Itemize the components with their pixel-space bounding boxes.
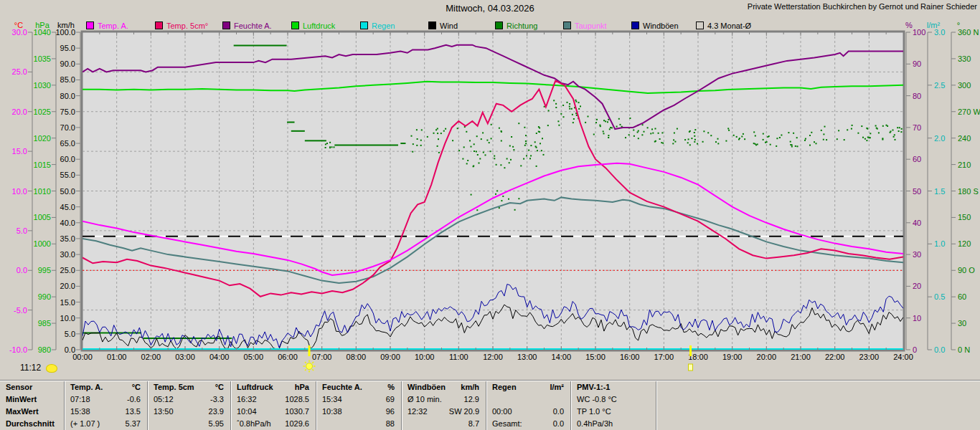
series-richtung-dot bbox=[485, 154, 486, 156]
series-richtung-dot bbox=[694, 141, 695, 143]
series-richtung-dot bbox=[437, 145, 438, 147]
axis-label: 95.0 bbox=[60, 44, 75, 52]
series-richtung-dot bbox=[562, 105, 564, 106]
series-richtung-dot bbox=[437, 133, 438, 134]
sunset-icon bbox=[689, 364, 693, 371]
legend-swatch bbox=[155, 22, 163, 29]
series-richtung-dot bbox=[595, 122, 597, 123]
axis-label: 10.0 bbox=[12, 187, 27, 196]
table-column-feuchte-a-: Feuchte A.%15:346910:389688 bbox=[316, 381, 402, 430]
series-richtung-dot bbox=[661, 142, 662, 143]
legend-label: Luftdruck bbox=[303, 22, 335, 30]
series-richtung-dot bbox=[578, 108, 580, 110]
sunrise-sun-icon bbox=[303, 360, 316, 373]
series-richtung-dot bbox=[857, 133, 859, 134]
series-richtung-dot bbox=[600, 125, 601, 127]
axis-label: 30 bbox=[913, 250, 921, 259]
series-richtung-dot bbox=[494, 156, 495, 157]
table-cell: Luftdruck bbox=[237, 381, 273, 393]
legend-swatch bbox=[222, 22, 230, 29]
series-richtung-dot bbox=[763, 139, 764, 140]
table-cell: 00:00 bbox=[492, 406, 512, 418]
series-richtung-dot bbox=[744, 138, 745, 140]
series-richtung-dot bbox=[523, 158, 524, 160]
axis-label: 90 bbox=[913, 59, 921, 68]
series-richtung-dot bbox=[413, 143, 414, 145]
axis-label: 985 bbox=[38, 319, 51, 328]
legend-item-feuchte-a-: Feuchte A. bbox=[222, 21, 272, 30]
table-cell: Ø 10 min. bbox=[407, 393, 442, 406]
series-richtung-dot bbox=[788, 132, 789, 133]
axis-label: 11:00 bbox=[449, 353, 468, 361]
legend-label: Temp. 5cm° bbox=[166, 22, 208, 30]
legend-label: Temp. A. bbox=[98, 22, 128, 30]
series-richtung-dot bbox=[674, 133, 675, 134]
series-richtung-dot bbox=[473, 150, 475, 152]
axis-label: 60.0 bbox=[60, 155, 75, 163]
series-richtung-dot bbox=[473, 143, 475, 145]
series-richtung-dot bbox=[738, 139, 740, 140]
series-richtung-dot bbox=[650, 133, 651, 134]
series-richtung-dot bbox=[476, 151, 477, 153]
axis-label: 40.0 bbox=[60, 219, 75, 227]
legend-swatch bbox=[696, 22, 704, 29]
series-richtung-dot bbox=[899, 127, 900, 128]
series-richtung-dot bbox=[593, 134, 595, 135]
table-column-sensor: SensorMinWertMaxWertDurchschnitt bbox=[0, 381, 64, 430]
axis-label: 300 bbox=[958, 81, 971, 90]
axis-label: 90.0 bbox=[60, 59, 75, 68]
table-cell: -0.6 bbox=[127, 393, 141, 406]
series-richtung-dot bbox=[892, 130, 894, 131]
table-cell: l/m² bbox=[550, 381, 564, 393]
legend-label: Taupunkt bbox=[575, 22, 607, 30]
series-richtung-dot bbox=[900, 131, 902, 133]
series-richtung-dot bbox=[607, 121, 608, 123]
series-richtung-dot bbox=[490, 150, 491, 152]
table-cell: 1028.5 bbox=[285, 393, 309, 406]
series-richtung-dot bbox=[416, 129, 418, 130]
axis-label: 12:00 bbox=[483, 353, 503, 361]
table-cell: 13.5 bbox=[126, 406, 141, 418]
series-richtung-dot bbox=[866, 140, 867, 141]
series-richtung-dot bbox=[901, 128, 903, 130]
series-richtung-dot bbox=[513, 149, 514, 150]
series-richtung-dot bbox=[878, 132, 880, 133]
table-cell: TP 1.0 °C bbox=[577, 406, 611, 418]
series-richtung-dot bbox=[502, 196, 504, 197]
series-richtung-dot bbox=[524, 145, 526, 146]
current-time-label: 11:12 bbox=[20, 363, 41, 373]
axis-label: -10.0 bbox=[9, 345, 27, 354]
sunset-marker bbox=[689, 345, 692, 356]
axis-label: 0 N bbox=[958, 345, 970, 354]
series-richtung-dot bbox=[625, 137, 626, 138]
series-richtung-dot bbox=[847, 129, 848, 130]
legend-item-richtung: Richtung bbox=[495, 21, 537, 30]
legend-label: 4.3 Monat-Ø bbox=[707, 22, 751, 30]
series-richtung-dot bbox=[525, 143, 527, 144]
series-richtung-dot bbox=[496, 164, 497, 166]
series-richtung-dot bbox=[520, 165, 522, 166]
axis-label: 1035 bbox=[34, 54, 51, 63]
series-richtung-dot bbox=[781, 135, 782, 136]
series-richtung-dot bbox=[851, 128, 852, 130]
series-richtung-dot bbox=[753, 131, 755, 133]
series-richtung-dot bbox=[688, 138, 689, 140]
table-column-temp-a-: Temp. A.°C07:18-0.615:3813.5(+ 1.07 )5.3… bbox=[64, 381, 148, 430]
series-richtung-dot bbox=[694, 139, 696, 140]
series-richtung-dot bbox=[443, 130, 445, 132]
legend-item-4-3-monat-: 4.3 Monat-Ø bbox=[696, 21, 751, 30]
axis-label: 17:00 bbox=[654, 353, 674, 361]
axis-label: 50.0 bbox=[60, 187, 75, 196]
table-cell: 69 bbox=[386, 393, 395, 406]
series-richtung-dot bbox=[325, 143, 326, 145]
axis-label: 1010 bbox=[34, 187, 51, 196]
series-richtung-dot bbox=[655, 128, 656, 130]
table-cell: Feuchte A. bbox=[322, 381, 362, 393]
series-richtung-dot bbox=[573, 122, 574, 123]
series-richtung-dot bbox=[727, 128, 729, 129]
axis-label: 15.0 bbox=[12, 147, 27, 156]
series-richtung-dot bbox=[547, 125, 549, 126]
table-cell: MinWert bbox=[6, 393, 37, 406]
series-richtung-dot bbox=[867, 128, 868, 130]
axis-label: 70.0 bbox=[60, 123, 75, 132]
